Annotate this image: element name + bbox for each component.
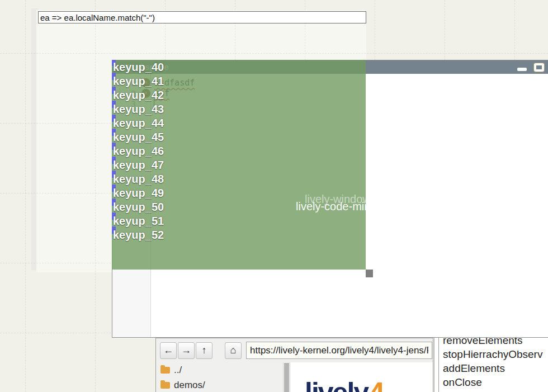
pane-divider — [438, 338, 439, 392]
probe-label: keyup_45 — [113, 131, 164, 144]
file-list-scrollbar[interactable] — [283, 362, 290, 392]
code-input[interactable] — [38, 11, 366, 23]
lively4-logo: lively4 — [305, 376, 384, 392]
file-list-item[interactable]: ../ — [156, 362, 284, 377]
file-list-item[interactable]: demos/ — [156, 377, 284, 392]
probe-label: keyup_40 — [113, 61, 164, 74]
probe-label: keyup_41 — [113, 75, 164, 88]
method-list-item[interactable]: removeElements — [443, 338, 523, 347]
probe-label: keyup_44 — [113, 117, 164, 130]
method-list-item[interactable]: stopHierrachyObserv — [443, 347, 542, 361]
url-input[interactable] — [246, 342, 432, 359]
resize-handle[interactable] — [366, 270, 373, 277]
folder-icon — [160, 382, 170, 389]
method-list-item[interactable]: addElements — [443, 361, 505, 375]
tag-label-lively-code-mirror: lively-code-mirror — [296, 200, 366, 213]
file-label: ../ — [174, 365, 182, 376]
probe-label: keyup_47 — [113, 159, 164, 172]
up-button[interactable]: ↑ — [196, 342, 212, 359]
back-button[interactable]: ← — [160, 342, 177, 359]
maximize-button[interactable] — [534, 63, 544, 72]
up-icon: ↑ — [202, 344, 207, 356]
file-browser-window: ←→↑⌂ ../demos/ lively4 — [155, 338, 433, 392]
probe-label: keyup_43 — [113, 103, 164, 116]
folder-icon — [160, 367, 170, 374]
probe-label: keyup_49 — [113, 187, 164, 200]
file-label: demos/ — [174, 380, 205, 391]
forward-button[interactable]: → — [178, 342, 195, 359]
home-icon: ⌂ — [230, 344, 237, 356]
probe-label: keyup_50 — [113, 201, 164, 214]
probe-label: keyup_42 — [113, 89, 164, 102]
minimize-button[interactable] — [517, 68, 527, 71]
probe-label: keyup_51 — [113, 215, 164, 228]
back-icon: ← — [163, 344, 173, 356]
scrollbar-thumb[interactable] — [284, 363, 289, 392]
probe-label: keyup_52 — [113, 229, 164, 242]
probe-label: keyup_46 — [113, 145, 164, 158]
method-list-pane: removeElementsstopHierrachyObservaddElem… — [434, 338, 548, 392]
probe-label: keyup_48 — [113, 173, 164, 186]
browser-content-pane: lively4 — [290, 362, 433, 392]
forward-icon: → — [181, 344, 191, 356]
method-list-item[interactable]: onClose — [443, 375, 482, 389]
home-button[interactable]: ⌂ — [225, 342, 242, 359]
selection-overlay: lively-window lively-code-mirror keyup_4… — [112, 60, 366, 270]
